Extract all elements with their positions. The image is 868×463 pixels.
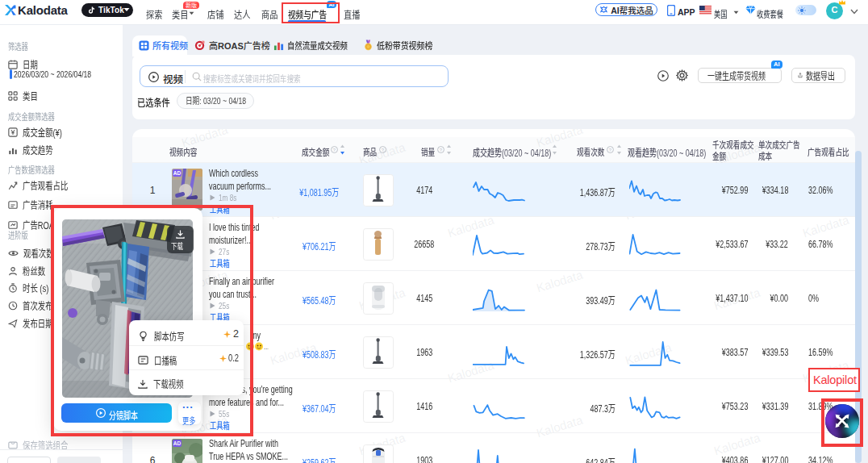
svg-text:AD: AD [173,440,182,446]
svg-text:?: ? [440,148,443,152]
svg-text:?: ? [609,148,612,152]
svg-text:...: ... [264,343,269,351]
svg-text:?: ? [333,148,336,152]
svg-text:AD: AD [173,170,182,176]
